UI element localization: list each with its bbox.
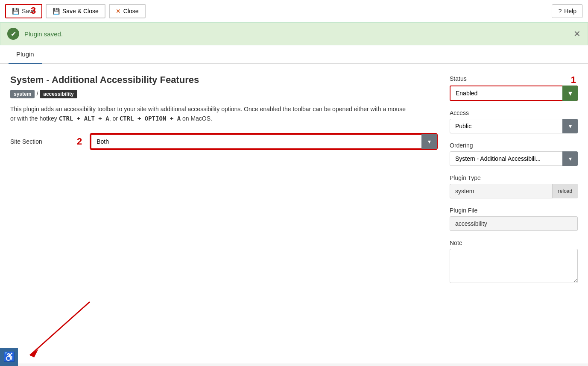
breadcrumb-sep: / [36, 91, 38, 97]
site-section-row: Site Section 2 Both Site Administrator ▾ [10, 134, 437, 149]
plugin-file-label: Plugin File [450, 207, 578, 214]
page-wrapper: 💾 Save 💾 Save & Close ✕ Close ? Help 3 ✔ [0, 0, 588, 363]
tag-system: system [10, 90, 35, 98]
status-section: Status 1 Enabled Disabled ▾ [450, 74, 578, 101]
success-message: Plugin saved. [24, 30, 63, 38]
annotation-1: 1 [571, 74, 576, 86]
plugin-type-field-wrapper: system reload [450, 184, 578, 198]
success-close-button[interactable]: ✕ [573, 29, 581, 39]
content-right: Status 1 Enabled Disabled ▾ Access Publi… [450, 74, 578, 353]
wheelchair-icon: ♿ [3, 351, 15, 363]
plugin-file-field: accessibility [450, 216, 578, 231]
site-section-select[interactable]: Both Site Administrator [91, 134, 437, 149]
help-button[interactable]: ? Help [552, 4, 583, 18]
close-icon: ✕ [116, 8, 121, 15]
plugin-type-reload-button[interactable]: reload [552, 184, 578, 198]
save-button[interactable]: 💾 Save [5, 4, 42, 18]
help-label: Help [564, 8, 576, 15]
access-select-wrapper: Public Registered Special ▾ [450, 119, 578, 133]
plugin-description: This plugin adds an accessibility toolba… [10, 104, 412, 124]
access-label: Access [450, 109, 578, 116]
toolbar-right: ? Help [552, 4, 583, 18]
status-select[interactable]: Enabled Disabled [450, 86, 578, 101]
save-label: Save [22, 8, 35, 15]
note-label: Note [450, 239, 578, 246]
site-section-select-wrapper: Both Site Administrator ▾ [91, 134, 437, 149]
plugin-title: System - Additional Accessibility Featur… [10, 74, 437, 86]
status-select-wrapper: Enabled Disabled ▾ [450, 86, 578, 101]
ordering-section: Ordering System - Additional Accessibili… [450, 142, 578, 166]
help-icon: ? [558, 8, 562, 15]
breadcrumb-tags: system / accessibility [10, 90, 437, 98]
plugin-type-label: Plugin Type [450, 174, 578, 181]
tab-bar: Plugin [0, 45, 588, 64]
note-section: Note [450, 239, 578, 284]
main-content: System - Additional Accessibility Featur… [0, 64, 588, 363]
success-bar-left: ✔ Plugin saved. [7, 28, 63, 40]
ordering-select-wrapper: System - Additional Accessibili... ▾ [450, 151, 578, 166]
success-icon: ✔ [7, 28, 19, 40]
toolbar-left: 💾 Save 💾 Save & Close ✕ Close [5, 4, 146, 18]
plugin-type-section: Plugin Type system reload [450, 174, 578, 198]
access-select[interactable]: Public Registered Special [450, 119, 578, 133]
toolbar: 💾 Save 💾 Save & Close ✕ Close ? Help [0, 0, 588, 22]
close-label: Close [123, 8, 139, 15]
success-bar: ✔ Plugin saved. ✕ [0, 22, 588, 45]
tab-plugin[interactable]: Plugin [9, 45, 42, 64]
content-left: System - Additional Accessibility Featur… [10, 74, 450, 353]
site-section-label: Site Section [10, 138, 70, 145]
save-close-icon: 💾 [53, 8, 60, 15]
save-close-label: Save & Close [62, 8, 99, 15]
close-button[interactable]: ✕ Close [109, 4, 146, 18]
access-section: Access Public Registered Special ▾ [450, 109, 578, 133]
status-label: Status [450, 75, 571, 82]
plugin-file-section: Plugin File accessibility [450, 207, 578, 231]
ordering-select[interactable]: System - Additional Accessibili... [450, 151, 578, 166]
ordering-label: Ordering [450, 142, 578, 149]
note-textarea[interactable] [450, 249, 578, 283]
save-close-button[interactable]: 💾 Save & Close [46, 4, 105, 18]
accessibility-widget[interactable]: ♿ [0, 348, 18, 363]
save-icon: 💾 [12, 8, 19, 15]
tag-accessibility: accessibility [40, 90, 77, 98]
annotation-2: 2 [77, 136, 82, 147]
